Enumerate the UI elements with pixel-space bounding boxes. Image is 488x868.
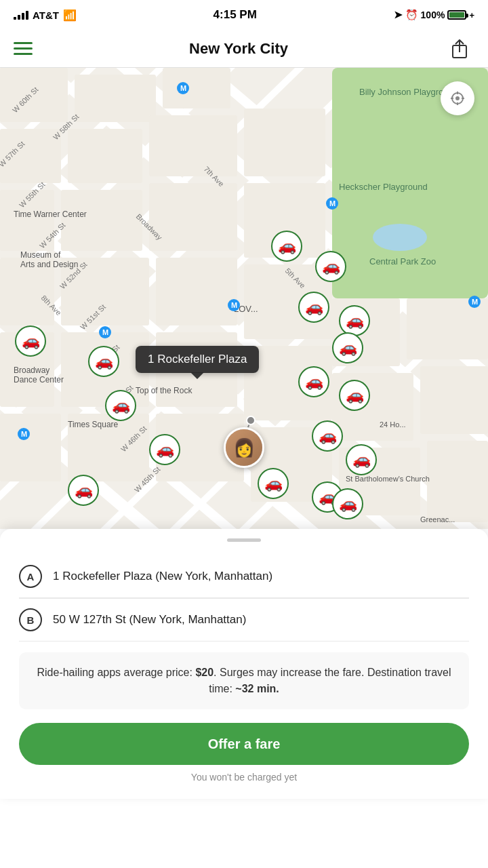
status-time: 4:15 PM — [214, 8, 257, 22]
car-pin-13[interactable]: 🚗 — [105, 390, 136, 421]
page-title: New York City — [189, 40, 288, 58]
header: New York City — [0, 30, 488, 68]
car-pin-6[interactable]: 🚗 — [298, 366, 329, 397]
fare-info-box: Ride-hailing apps average price: $20. Su… — [19, 652, 469, 709]
svg-point-97 — [455, 96, 460, 100]
map-view[interactable]: Billy Johnson Playground Heckscher Playg… — [0, 68, 488, 529]
location-icon: ➤ — [394, 9, 403, 21]
offer-fare-button[interactable]: Offer a fare — [19, 723, 469, 765]
cta-subtext: You won't be charged yet — [19, 772, 469, 783]
status-right: ➤ ⏰ 100% + — [394, 9, 474, 21]
alarm-icon: ⏰ — [405, 9, 418, 21]
svg-text:St Bartholomew's Church: St Bartholomew's Church — [346, 475, 430, 483]
svg-text:Central Park Zoo: Central Park Zoo — [369, 256, 436, 267]
gps-button[interactable] — [441, 81, 474, 115]
svg-text:Museum of: Museum of — [20, 250, 61, 260]
bottom-panel: A 1 Rockefeller Plaza (New York, Manhatt… — [0, 529, 488, 799]
svg-rect-48 — [420, 366, 488, 434]
destination-badge: B — [19, 608, 42, 631]
car-pin-8[interactable]: 🚗 — [312, 420, 343, 452]
svg-text:24 Ho...: 24 Ho... — [380, 420, 406, 429]
status-bar: AT&T 📶 4:15 PM ➤ ⏰ 100% + — [0, 0, 488, 30]
svg-rect-54 — [427, 441, 488, 522]
svg-rect-35 — [149, 183, 237, 251]
info-price: $20 — [195, 667, 214, 678]
svg-text:M: M — [21, 430, 27, 438]
battery-label: 100% — [421, 9, 445, 20]
origin-row[interactable]: A 1 Rockefeller Plaza (New York, Manhatt… — [19, 555, 469, 598]
car-pin-9[interactable]: 🚗 — [346, 444, 377, 475]
svg-rect-31 — [149, 115, 237, 176]
svg-text:Heckscher Playground: Heckscher Playground — [339, 182, 428, 192]
svg-rect-30 — [68, 129, 142, 183]
menu-button[interactable] — [14, 42, 33, 55]
map-tooltip: 1 Rockefeller Plaza — [136, 346, 259, 373]
svg-text:M: M — [180, 84, 186, 92]
svg-text:M: M — [329, 199, 336, 208]
info-text-prefix: Ride-hailing apps average price: — [37, 667, 195, 678]
car-pin-14[interactable]: 🚗 — [149, 434, 180, 465]
user-location-pin: 👩 — [224, 427, 264, 468]
svg-text:Top of the Rock: Top of the Rock — [136, 386, 192, 395]
car-pin-15[interactable]: 🚗 — [68, 475, 99, 506]
carrier-label: AT&T — [33, 9, 59, 21]
wifi-icon: 📶 — [63, 9, 77, 22]
svg-rect-32 — [244, 108, 325, 176]
svg-rect-49 — [0, 414, 61, 481]
svg-text:Broadway: Broadway — [14, 366, 49, 375]
drag-handle[interactable] — [227, 538, 261, 542]
car-pin-12[interactable]: 🚗 — [88, 346, 119, 377]
svg-rect-41 — [156, 258, 237, 326]
info-time: ~32 min. — [235, 683, 279, 694]
status-left: AT&T 📶 — [14, 9, 77, 22]
car-pin-7[interactable]: 🚗 — [339, 380, 370, 411]
origin-badge: A — [19, 565, 42, 588]
car-pin-16[interactable]: 🚗 — [15, 326, 46, 357]
svg-text:Time Warner Center: Time Warner Center — [14, 210, 87, 219]
svg-text:Times Square: Times Square — [68, 420, 119, 429]
car-pin-1[interactable]: 🚗 — [271, 231, 302, 262]
origin-text: 1 Rockefeller Plaza (New York, Manhattan… — [53, 570, 272, 583]
car-pin-5[interactable]: 🚗 — [332, 332, 363, 363]
share-button[interactable] — [445, 34, 474, 64]
svg-rect-34 — [61, 190, 142, 251]
svg-text:M: M — [472, 298, 478, 306]
car-pin-17[interactable]: 🚗 — [332, 488, 363, 519]
charging-icon: + — [469, 10, 474, 20]
svg-text:Greenac...: Greenac... — [420, 515, 455, 524]
car-pin-3[interactable]: 🚗 — [298, 292, 329, 323]
car-pin-11[interactable]: 🚗 — [258, 468, 289, 499]
destination-text: 50 W 127th St (New York, Manhattan) — [53, 613, 246, 627]
destination-row[interactable]: B 50 W 127th St (New York, Manhattan) — [19, 599, 469, 642]
svg-rect-27 — [75, 75, 156, 122]
car-pin-4[interactable]: 🚗 — [339, 305, 370, 336]
signal-icon — [14, 10, 28, 20]
svg-text:M: M — [102, 328, 108, 336]
battery-icon — [447, 10, 466, 20]
svg-text:M: M — [231, 301, 237, 309]
car-pin-2[interactable]: 🚗 — [315, 251, 346, 282]
svg-text:Dance Center: Dance Center — [14, 375, 64, 384]
svg-text:Arts and Design: Arts and Design — [20, 260, 78, 269]
svg-point-22 — [373, 224, 427, 251]
svg-rect-28 — [163, 68, 230, 108]
